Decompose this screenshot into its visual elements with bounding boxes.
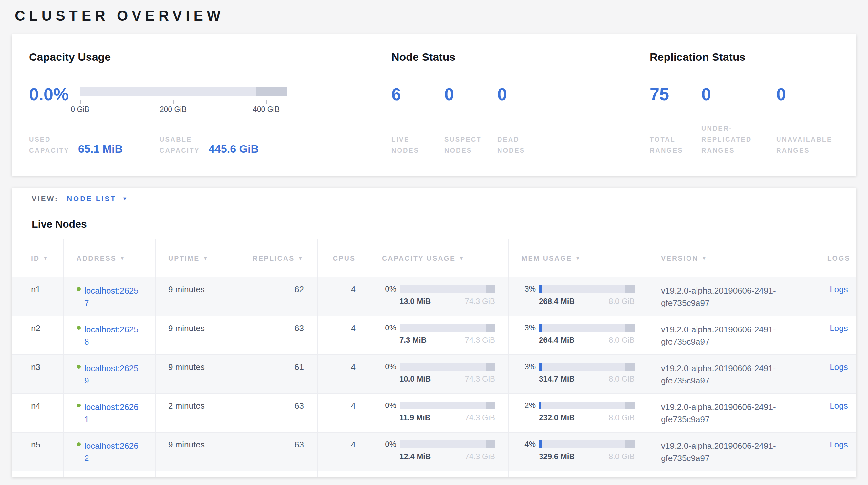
column-header-uptime[interactable]: UPTIME▼: [155, 239, 232, 277]
capacity-used-value: 10.0 MiB: [399, 374, 431, 383]
page-title: CLUSTER OVERVIEW: [15, 8, 224, 25]
capacity-percent-label: 0%: [382, 284, 396, 293]
mem-used-segment: [539, 324, 542, 332]
column-header-mem[interactable]: MEM USAGE▼: [508, 239, 648, 277]
live-nodes-tbody: n1 localhost:26257 9 minutes 62 4 0% 13.…: [11, 277, 857, 477]
node-address-link[interactable]: localhost:26261: [84, 401, 140, 426]
node-status-section: Node Status 6 LIVE NODES 0 SUSPECT NODES…: [381, 34, 640, 176]
capacity-bar: 0 GiB200 GiB400 GiB: [80, 87, 287, 96]
mem-percent-label: 3%: [522, 323, 536, 332]
mem-usage-bar: [539, 324, 634, 332]
node-capacity-usage-cell: 0% 10.0 MiB 74.3 GiB: [369, 354, 508, 393]
column-header-id[interactable]: ID▼: [11, 239, 63, 277]
node-live-status-icon: [76, 287, 81, 291]
capacity-usage-bar: [399, 401, 495, 409]
node-address-link[interactable]: localhost:26258: [84, 323, 140, 348]
live-nodes-label: LIVE NODES: [392, 134, 430, 156]
column-header-label: VERSION: [661, 254, 699, 262]
capacity-percent-label: 0%: [382, 401, 396, 410]
cluster-overview-page: CLUSTER OVERVIEW Capacity Usage 0.0% 0 G…: [0, 0, 868, 485]
axis-tick: [80, 99, 81, 104]
mem-used-segment: [539, 285, 542, 293]
column-header-version[interactable]: VERSION▼: [648, 239, 821, 277]
node-id-cell: n1: [11, 277, 63, 316]
column-header-label: ADDRESS: [76, 254, 117, 262]
axis-tick: [173, 99, 174, 104]
node-uptime-cell: 9 minutes: [155, 432, 232, 471]
node-address-cell: localhost:26259: [63, 354, 155, 393]
mem-total-value: 8.0 GiB: [609, 335, 634, 344]
node-address-cell: localhost:26257: [63, 277, 155, 316]
logs-link[interactable]: Logs: [830, 362, 848, 372]
capacity-reserved-segment: [485, 363, 495, 370]
capacity-total-value: 74.3 GiB: [465, 374, 495, 383]
sort-arrow-icon: ▼: [120, 255, 126, 261]
view-selector[interactable]: NODE LIST ▼: [67, 195, 127, 202]
table-cell-empty: [317, 471, 369, 477]
logs-link[interactable]: Logs: [830, 439, 848, 449]
logs-link[interactable]: Logs: [830, 323, 848, 333]
mem-total-value: 8.0 GiB: [609, 374, 634, 383]
node-cpus-cell: 4: [317, 354, 369, 393]
column-header-replicas[interactable]: REPLICAS▼: [232, 239, 317, 277]
replication-status-title: Replication Status: [650, 51, 857, 64]
mem-percent-label: 2%: [522, 401, 536, 410]
unavailable-ranges-label: UNAVAILABLE RANGES: [776, 134, 838, 156]
logs-link[interactable]: Logs: [830, 401, 848, 410]
column-header-label: UPTIME: [168, 254, 199, 262]
node-address-link[interactable]: localhost:26259: [84, 362, 140, 387]
suspect-nodes-value: 0: [444, 83, 497, 106]
capacity-percent-label: 0%: [382, 362, 396, 371]
node-mem-usage-cell: 3% 268.4 MiB 8.0 GiB: [508, 277, 648, 316]
capacity-gauge: 0.0% 0 GiB200 GiB400 GiB: [29, 83, 381, 108]
node-id-cell: n2: [11, 316, 63, 354]
sort-arrow-icon: ▼: [702, 255, 708, 261]
node-address-link[interactable]: localhost:26262: [84, 439, 140, 465]
node-version-cell: v19.2.0-alpha.20190606-2491-gfe735c9a97: [648, 432, 821, 471]
capacity-usage-bar: [399, 285, 495, 293]
node-live-status-icon: [76, 325, 81, 330]
logs-link[interactable]: Logs: [830, 284, 848, 294]
capacity-total-value: 74.3 GiB: [465, 335, 495, 344]
node-logs-cell: Logs: [821, 393, 857, 432]
mem-used-segment: [539, 363, 542, 370]
total-ranges-stat: 75 TOTAL RANGES: [650, 83, 702, 156]
column-header-capacity[interactable]: CAPACITY USAGE▼: [369, 239, 508, 277]
node-live-status-icon: [76, 403, 81, 407]
mem-total-value: 8.0 GiB: [609, 296, 634, 306]
under-replicated-ranges-value: 0: [702, 83, 776, 106]
capacity-usage-bar: [399, 324, 495, 332]
column-header-address[interactable]: ADDRESS▼: [63, 239, 155, 277]
table-cell-empty: [508, 471, 648, 477]
node-uptime-cell: 9 minutes: [155, 354, 232, 393]
node-live-status-icon: [76, 442, 81, 446]
node-mem-usage-cell: 3% 264.4 MiB 8.0 GiB: [508, 316, 648, 354]
node-live-status-icon: [76, 364, 81, 368]
node-replicas-cell: 63: [232, 316, 317, 354]
view-selected-value: NODE LIST: [67, 195, 116, 202]
node-logs-cell: Logs: [821, 354, 857, 393]
axis-tick: [220, 99, 220, 104]
node-id-cell: n4: [11, 393, 63, 432]
used-capacity-value: 65.1 MiB: [78, 144, 123, 156]
capacity-bar-track: [80, 87, 287, 96]
axis-tick: [127, 99, 127, 104]
replication-status-stats: 75 TOTAL RANGES 0 UNDER-REPLICATED RANGE…: [650, 83, 857, 156]
axis-tick-label: 200 GiB: [160, 106, 187, 113]
mem-usage-bar: [539, 285, 634, 293]
capacity-usage-section: Capacity Usage 0.0% 0 GiB200 GiB400 GiB …: [11, 34, 381, 176]
node-address-link[interactable]: localhost:26257: [84, 284, 140, 309]
unavailable-ranges-stat: 0 UNAVAILABLE RANGES: [776, 83, 838, 156]
capacity-total-value: 74.3 GiB: [465, 413, 495, 422]
capacity-percent-label: 0%: [382, 439, 396, 449]
mem-percent-label: 4%: [522, 439, 536, 449]
node-capacity-usage-cell: 0% 11.9 MiB 74.3 GiB: [369, 393, 508, 432]
column-header-cpus: CPUS: [317, 239, 369, 277]
mem-usage-bar: [539, 440, 634, 448]
capacity-usage-bar: [399, 440, 495, 448]
total-ranges-label: TOTAL RANGES: [650, 134, 688, 156]
table-cell-empty: [155, 471, 232, 477]
node-cpus-cell: 4: [317, 393, 369, 432]
capacity-metrics: USED CAPACITY 65.1 MiB USABLE CAPACITY 4…: [29, 134, 381, 156]
sort-arrow-icon: ▼: [298, 255, 304, 261]
